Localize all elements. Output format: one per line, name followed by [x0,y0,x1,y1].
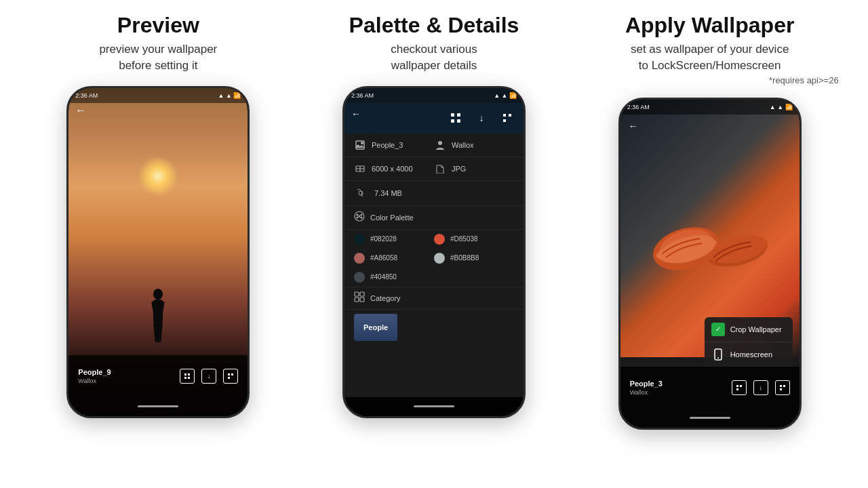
phone1-bottom-bar [68,397,248,416]
svg-rect-36 [740,385,742,387]
phone3-header: ← [620,115,800,138]
phone1-wallpaper-name: People_9 [78,368,111,376]
detail-col-format: JPG [434,163,514,175]
palette-icon [354,211,365,224]
phone3-download-icon[interactable]: ↓ [753,380,768,395]
color-dot-5 [354,272,365,283]
filesize-icon [354,186,368,200]
color-palette-header: Color Palette [344,206,524,230]
apply-subtitle: set as wallpaper of your deviceto LockSc… [631,41,789,74]
svg-rect-37 [736,388,738,390]
phone1-apply-icon[interactable] [223,369,238,384]
phone3-screen: 2:36 AM ▲ ▲ 📶 ← ✓ Crop Wallpaper [620,100,800,428]
color-item-1: #082028 [354,234,434,245]
phone1-screen: 2:36 AM ▲ ▲ 📶 ← People_9 Wallox ↓ [68,88,248,416]
phone2-header: ↓ [344,103,524,134]
category-tag-text: People [363,323,388,331]
preview-section: Preview preview your wallpaperbefore set… [29,14,287,418]
color-row-2: #A86058 #B0B8B8 [344,249,524,268]
phone3-time: 2:36 AM [627,104,650,110]
svg-point-15 [361,142,363,144]
svg-point-34 [717,357,719,359]
phone3-wallpaper-name: People_3 [630,380,663,388]
phone3-apply-icon[interactable] [775,380,790,395]
detail-row-filesize: 7.34 MB [344,181,524,206]
svg-rect-11 [457,113,460,117]
svg-rect-27 [355,292,359,296]
phone1-details-icon[interactable] [180,369,195,384]
color-dot-1 [354,234,365,245]
svg-rect-12 [451,119,454,123]
color-dot-3 [354,253,365,264]
phone1-footer: People_9 Wallox ↓ [68,355,248,397]
color-label-3: #A86058 [370,254,397,262]
detail-row-name: People_3 Wallox [344,134,524,157]
phone1-status-bar: 2:36 AM ▲ ▲ 📶 [68,88,248,103]
color-label-2: #D85038 [450,235,478,243]
filesize-label: 7.34 MB [374,189,402,197]
phone1-home-indicator [138,405,178,407]
phone2-screen: 2:36 AM ▲ ▲ 📶 ← ↓ [344,88,524,416]
svg-point-0 [153,289,163,300]
phone3-action-icons: ↓ [732,380,790,395]
category-header: Category [344,287,524,310]
phone3-wallpaper-author: Wallox [630,389,663,396]
phone1-download-icon[interactable]: ↓ [201,369,216,384]
svg-point-23 [360,214,362,216]
shoe-left-svg [649,218,724,272]
phone2-apply-icon[interactable] [499,110,515,126]
detail-row-dimensions: 6000 x 4000 JPG [344,157,524,181]
phone3-status-bar: 2:36 AM ▲ ▲ 📶 [620,100,800,115]
homescreen-phone-icon [711,348,725,361]
phone2-mockup: 2:36 AM ▲ ▲ 📶 ← ↓ [342,86,526,418]
palette-section: Palette & Details checkout variouswallpa… [305,14,563,418]
category-title-label: Category [370,294,401,302]
person-icon [434,139,446,151]
preview-title: Preview [117,14,199,37]
palette-title: Palette & Details [349,14,519,37]
detail-col-author: Wallox [434,139,514,151]
phone2-grid-icon[interactable] [448,110,464,126]
color-item-empty [434,272,514,283]
apply-title: Apply Wallpaper [625,14,795,37]
phone3-back-button[interactable]: ← [629,121,638,131]
category-tag[interactable]: People [354,314,397,341]
crop-wallpaper-label: Crop Wallpaper [730,325,782,333]
svg-rect-8 [184,377,186,379]
color-item-5: #404850 [354,272,434,283]
phone3-bottom-bar [620,409,800,428]
phone3-mockup: 2:36 AM ▲ ▲ 📶 ← ✓ Crop Wallpaper [618,98,802,430]
phone2-back-button[interactable]: ← [351,108,361,119]
preview-subtitle: preview your wallpaperbefore setting it [99,41,217,74]
category-icon [354,291,365,305]
phone2-download-icon[interactable]: ↓ [473,110,490,126]
homescreen-menu-item[interactable]: Homescreen [705,342,793,367]
svg-rect-28 [360,292,364,296]
format-label: JPG [452,165,466,173]
phone2-home-indicator [414,405,454,407]
crop-icon: ✓ [711,323,725,336]
svg-rect-13 [457,119,460,123]
color-item-3: #A86058 [354,253,434,264]
dimensions-label: 6000 x 4000 [372,165,413,173]
phone3-icons: ▲ ▲ 📶 [770,104,793,110]
phone1-back-button[interactable]: ← [75,104,86,117]
color-row-3: #404850 [344,268,524,287]
crop-wallpaper-menu-item[interactable]: ✓ Crop Wallpaper [705,317,793,342]
phone2-bottom-bar [344,397,524,416]
main-container: Preview preview your wallpaperbefore set… [0,0,868,488]
wallpaper-author-label: Wallox [452,141,474,149]
color-label-5: #404850 [370,273,397,281]
color-label-4: #B0B8B8 [450,254,479,262]
phone3-details-icon[interactable] [732,380,747,395]
color-item-2: #D85038 [434,234,514,245]
svg-rect-6 [184,373,186,375]
color-label-1: #082028 [370,235,397,243]
color-row-1: #082028 #D85038 [344,230,524,249]
svg-rect-35 [736,385,738,387]
svg-rect-30 [360,298,364,302]
color-palette-title: Color Palette [370,214,414,222]
phone3-home-indicator [690,417,730,419]
svg-point-22 [356,214,358,216]
format-icon [434,163,446,175]
